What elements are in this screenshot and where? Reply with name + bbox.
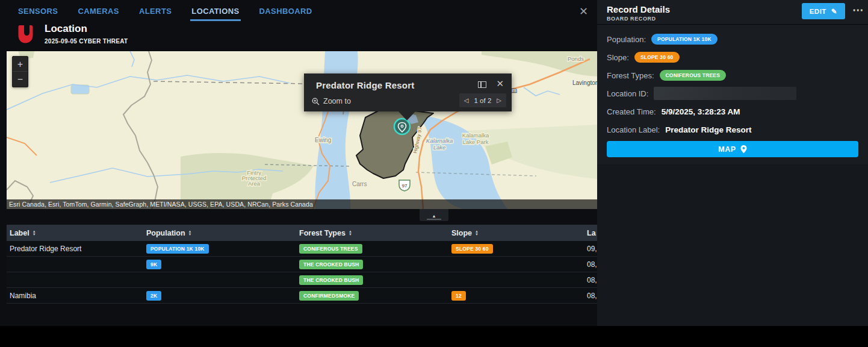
map-label-carrs: Carrs [352,181,367,187]
app-logo-icon [18,24,33,43]
column-header-slope[interactable]: Slope ▲▼ [451,229,587,237]
zoom-out-button[interactable]: − [13,72,28,87]
field-population: Population: POPULATION 1K 10K [607,33,858,46]
population-badge: POPULATION 1K 10K [651,34,718,45]
field-label: Slope: [607,53,629,62]
pencil-icon: ✎ [831,7,837,16]
map-label-ewing: Ewing [315,137,331,143]
forest-types-badge: CONFIRMEDSMOKE [299,291,359,301]
map-popup: Predator Ridge Resort ✕ Zoom to ◁ 1 of 2… [304,73,512,111]
field-created-time: Created Time: 5/9/2025, 3:28:23 AM [607,105,858,118]
map-label-kalamalka-park-1: Kalamalka [462,132,489,139]
popup-close-icon[interactable]: ✕ [496,78,504,89]
sort-icon: ▲▼ [349,230,352,236]
map-label-kalamalka-lake-1: Kalamalka [426,137,453,144]
slope-badge: SLOPE 30 60 [451,244,493,254]
popup-pagination: ◁ 1 of 2 ▷ [459,93,506,107]
field-label: Location Label: [607,125,660,134]
zoom-to-button[interactable]: Zoom to [312,97,351,105]
creek-east [524,87,560,96]
page-title: Location [45,23,128,35]
pager-prev-icon[interactable]: ◁ [464,97,469,104]
creek-top [130,51,134,67]
map-label-lavington: Lavington [572,80,597,86]
map-label-fintry-3: Area [248,180,261,187]
column-header-population[interactable]: Population ▲▼ [146,229,299,237]
table-collapse-handle[interactable]: ▲ [420,209,448,221]
column-header-label[interactable]: Label ▲▼ [10,229,146,237]
field-slope: Slope: SLOPE 30 60 [607,51,858,64]
map-attribution: Esri Canada, Esri, TomTom, Garmin, SafeG… [7,199,597,209]
sort-icon: ▲▼ [475,230,479,236]
location-label-value: Predator Ridge Resort [665,125,751,134]
field-location-label: Location Label: Predator Ridge Resort [607,123,858,136]
edit-button[interactable]: EDIT ✎ [802,3,845,19]
forest-types-badge: THE CROOKED BUSH [299,275,363,285]
field-forest-types: Forest Types: CONIFEROUS TREES [607,69,858,82]
page-subtitle: 2025-09-05 CYBER THREAT [45,38,128,45]
top-nav: SENSORS CAMERAS ALERTS LOCATIONS DASHBOA… [0,0,597,21]
map-label-ponds: Ponds [568,55,584,62]
panel-header: Record Details BOARD RECORD EDIT ✎ ⋯ [597,0,868,25]
map-zoom-control: + − [12,56,28,87]
column-header-population-text: Population [146,229,185,237]
popup-title: Predator Ridge Resort [316,80,414,90]
map-button-label: MAP [718,145,736,154]
nav-item-locations[interactable]: LOCATIONS [190,0,240,21]
column-header-label-text: Label [10,229,29,237]
map-button[interactable]: MAP [607,141,858,157]
record-details-close-icon[interactable]: ✕ [579,5,588,18]
column-header-slope-text: Slope [451,229,472,237]
map-pin-icon[interactable] [394,119,410,134]
cell-label: Predator Ridge Resort [10,245,146,253]
population-badge: 9K [146,260,161,269]
forest-types-badge: CONIFEROUS TREES [660,70,727,81]
pager-next-icon[interactable]: ▷ [497,97,501,104]
highway-97-shield-icon: 97 [399,180,410,191]
forest-types-badge: CONIFEROUS TREES [299,244,362,254]
created-time-value: 5/9/2025, 3:28:23 AM [662,107,740,116]
more-options-icon[interactable]: ⋯ [852,3,864,17]
sort-icon: ▲▼ [188,230,192,236]
location-polygon[interactable] [356,107,433,178]
edit-button-label: EDIT [810,8,826,15]
location-id-redacted-value [654,87,796,100]
panel-subtitle: BOARD RECORD [607,16,656,22]
map-pin-button-icon [740,145,747,154]
column-header-forest-types[interactable]: Forest Types ▲▼ [299,229,451,237]
slope-badge: SLOPE 30 60 [634,52,680,63]
nav-item-cameras[interactable]: CAMERAS [76,0,120,21]
collapse-up-icon: ▲ [432,214,436,218]
svg-text:97: 97 [402,183,408,189]
zoom-in-button[interactable]: + [13,57,28,72]
panel-body: Population: POPULATION 1K 10K Slope: SLO… [597,25,868,164]
cell-label: Namibia [10,292,146,300]
nav-item-sensors[interactable]: SENSORS [17,0,59,21]
road-orange-left-edge [7,137,37,155]
field-location-id: Location ID: [607,87,858,100]
creek-north [7,75,290,110]
dock-icon[interactable] [478,81,486,88]
record-details-panel: Record Details BOARD RECORD EDIT ✎ ⋯ Pop… [597,0,868,326]
map-label-kalamalka-park-2: Lake Park [463,139,489,145]
pager-text: 1 of 2 [474,97,492,104]
map[interactable]: Ponds Lavington am Ewing Kalamalka Lake … [7,51,597,209]
field-label: Created Time: [607,107,656,116]
popup-pointer [398,111,415,120]
page-header: Location 2025-09-05 CYBER THREAT [18,23,128,45]
map-label-kalamalka-lake-2: Lake [433,144,446,151]
magnifier-icon [312,98,320,105]
sort-icon: ▲▼ [33,230,36,236]
nav-item-alerts[interactable]: ALERTS [138,0,173,21]
population-badge: POPULATION 1K 10K [146,244,209,254]
slope-badge: 12 [451,291,466,301]
population-badge: 2K [146,291,161,301]
nav-item-dashboard[interactable]: DASHBOARD [258,0,314,21]
field-label: Location ID: [607,89,648,98]
forest-types-badge: THE CROOKED BUSH [299,260,363,269]
field-label: Forest Types: [607,71,654,80]
column-header-forest-types-text: Forest Types [299,229,346,237]
zoom-to-label: Zoom to [323,97,351,105]
field-label: Population: [607,35,646,44]
road-gray-central [123,51,158,209]
